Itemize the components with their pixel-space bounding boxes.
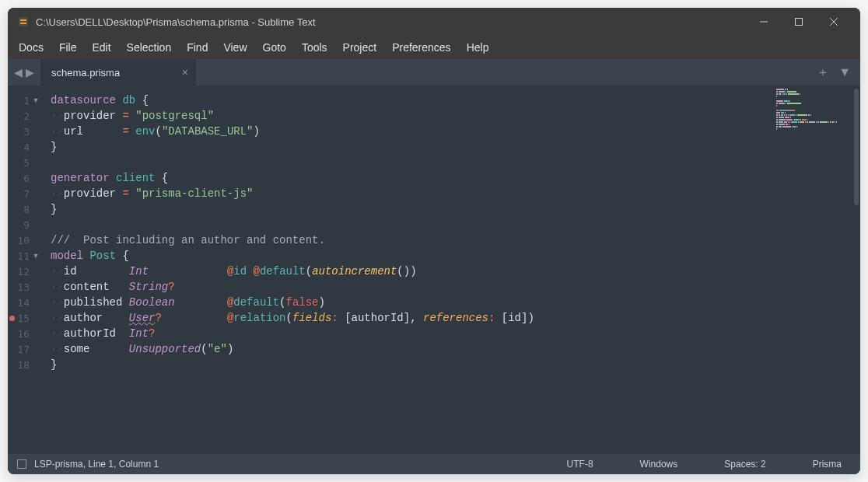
line-number: 1: [8, 95, 30, 107]
code-line: [51, 155, 775, 170]
code-line: model Post {: [51, 248, 775, 264]
line-number: 16: [8, 328, 30, 340]
minimap-line: [775, 110, 852, 111]
minimap-line: [775, 114, 852, 116]
minimap-line: [775, 121, 852, 123]
line-number: 7: [8, 188, 30, 200]
minimap-line: [775, 105, 852, 107]
window-title: C:\Users\DELL\Desktop\Prisma\schema.pris…: [36, 16, 746, 28]
minimize-button[interactable]: [746, 8, 781, 36]
line-number: 18: [8, 359, 30, 371]
new-tab-icon[interactable]: ＋: [817, 65, 829, 81]
code-line: /// Post including an author and content…: [51, 232, 775, 248]
status-cursor[interactable]: LSP-prisma, Line 1, Column 1: [34, 459, 159, 470]
tab-active[interactable]: schema.prisma ×: [40, 59, 196, 86]
menu-selection[interactable]: Selection: [119, 38, 180, 57]
menu-goto[interactable]: Goto: [255, 38, 294, 57]
status-syntax[interactable]: Prisma: [813, 459, 842, 470]
fold-icon[interactable]: ▼: [32, 252, 40, 260]
minimap-line: [775, 91, 852, 93]
minimap-line: [775, 126, 852, 127]
line-number: 14: [8, 297, 30, 309]
code-line: [51, 217, 775, 232]
maximize-button[interactable]: [781, 8, 816, 36]
scrollbar-vertical[interactable]: [852, 86, 860, 454]
menu-docs[interactable]: Docs: [11, 38, 51, 57]
code-line: }: [51, 139, 775, 155]
close-button[interactable]: [816, 8, 851, 36]
line-number: 8: [8, 204, 30, 215]
app-icon: [17, 16, 30, 28]
code-line: ··some Unsupported("e"): [51, 341, 775, 357]
menu-tools[interactable]: Tools: [294, 38, 335, 57]
line-number: 11: [8, 250, 30, 262]
menubar: DocsFileEditSelectionFindViewGotoToolsPr…: [8, 36, 860, 59]
line-number: 4: [8, 141, 30, 153]
svg-rect-1: [20, 19, 26, 21]
tab-label: schema.prisma: [51, 67, 120, 79]
minimap-line: [775, 119, 852, 120]
titlebar: C:\Users\DELL\Desktop\Prisma\schema.pris…: [8, 8, 860, 36]
nav-forward-icon[interactable]: ▶: [26, 66, 34, 79]
code-line: ··content String?: [51, 279, 775, 295]
line-number: 5: [8, 157, 30, 169]
minimap-line: [775, 112, 852, 114]
line-number: 17: [8, 344, 30, 355]
menu-project[interactable]: Project: [335, 38, 385, 57]
minimap-line: [775, 98, 852, 100]
status-tab-size[interactable]: Spaces: 2: [724, 459, 765, 470]
gutter-row: 4▼: [8, 139, 44, 155]
gutter-row: 16▼: [8, 326, 44, 341]
nav-back-icon[interactable]: ◀: [14, 66, 23, 79]
gutter-row: 5▼: [8, 155, 44, 170]
code-area[interactable]: datasource db {··provider = "postgresql"…: [44, 86, 775, 454]
gutter-row: 9▼: [8, 217, 44, 232]
line-number: 2: [8, 110, 30, 122]
gutter-row: 17▼: [8, 341, 44, 357]
line-number: 9: [8, 219, 30, 231]
menu-preferences[interactable]: Preferences: [384, 38, 458, 57]
fold-icon[interactable]: ▼: [32, 96, 40, 104]
menu-find[interactable]: Find: [179, 38, 215, 57]
minimap-line: [775, 117, 852, 118]
minimap-line: [775, 103, 852, 104]
panel-toggle-icon[interactable]: [17, 459, 26, 469]
status-encoding[interactable]: UTF-8: [567, 459, 593, 470]
gutter-row: 14▼: [8, 295, 44, 310]
code-line: datasource db {: [51, 93, 775, 108]
gutter-row: 11▼: [8, 248, 44, 264]
menu-view[interactable]: View: [215, 38, 254, 57]
menu-edit[interactable]: Edit: [84, 38, 118, 57]
code-line: }: [51, 357, 775, 372]
minimap[interactable]: [775, 86, 852, 454]
minimap-line: [775, 96, 852, 97]
window-controls: [746, 8, 851, 36]
gutter-row: 10▼: [8, 232, 44, 248]
gutter-row: 8▼: [8, 201, 44, 217]
code-line: ··provider = "postgresql": [51, 108, 775, 124]
editor: 1▼2▼3▼4▼5▼6▼7▼8▼9▼10▼11▼12▼13▼14▼15▼16▼1…: [8, 86, 860, 454]
svg-rect-2: [20, 23, 26, 24]
statusbar: LSP-prisma, Line 1, Column 1 UTF-8 Windo…: [8, 454, 860, 474]
menu-help[interactable]: Help: [459, 38, 497, 57]
svg-rect-0: [19, 17, 28, 26]
gutter-row: 1▼: [8, 93, 44, 108]
lint-error-icon[interactable]: [9, 316, 15, 321]
tab-close-icon[interactable]: ×: [182, 66, 188, 79]
svg-rect-4: [795, 19, 802, 26]
scroll-thumb[interactable]: [854, 89, 859, 205]
code-line: ··provider = "prisma-client-js": [51, 186, 775, 201]
minimap-line: [775, 107, 852, 109]
gutter-row: 7▼: [8, 186, 44, 201]
gutter-row: 3▼: [8, 124, 44, 139]
status-line-ending[interactable]: Windows: [640, 459, 678, 470]
line-number: 13: [8, 281, 30, 293]
gutter: 1▼2▼3▼4▼5▼6▼7▼8▼9▼10▼11▼12▼13▼14▼15▼16▼1…: [8, 86, 44, 454]
gutter-row: 6▼: [8, 170, 44, 186]
minimap-line: [775, 128, 852, 130]
menu-file[interactable]: File: [51, 38, 85, 57]
tab-dropdown-icon[interactable]: ▼: [838, 65, 851, 79]
gutter-row: 12▼: [8, 264, 44, 279]
gutter-row: 13▼: [8, 279, 44, 295]
code-line: ··published Boolean @default(false): [51, 295, 775, 310]
